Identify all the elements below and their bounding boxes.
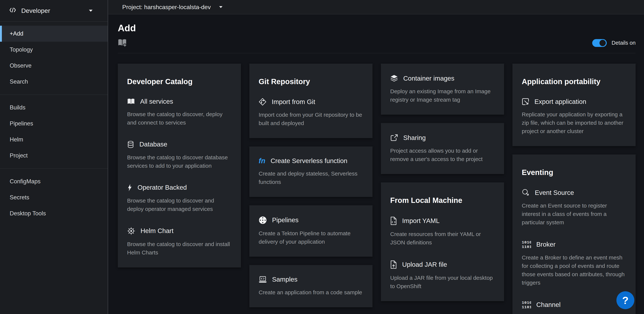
file-code-icon: [390, 217, 397, 225]
tile-title: Container images: [403, 75, 454, 82]
tile-description: Create an Event source to register inter…: [522, 201, 626, 227]
tile-description: Import code from your Git repository to …: [259, 111, 363, 127]
serverless-fn-icon: fn: [259, 157, 265, 164]
project-selector-label: Project: harshcasper-localsta-dev: [122, 4, 211, 10]
tile-helm-chart[interactable]: Helm Chart Browse the catalog to discove…: [127, 227, 232, 257]
sidebar-item-topology[interactable]: Topology: [0, 42, 108, 58]
guided-documentation-button[interactable]: [118, 38, 127, 47]
git-icon: [259, 98, 266, 106]
tile-title: Pipelines: [272, 217, 298, 224]
tile-title: Import from Git: [272, 98, 315, 105]
tile-create-serverless-function[interactable]: fn Create Serverless function Create and…: [259, 157, 363, 186]
chevron-down-icon: [89, 9, 93, 12]
project-selector[interactable]: Project: harshcasper-localsta-dev: [122, 4, 223, 10]
tile-title: All services: [140, 98, 173, 105]
tile-title: Create Serverless function: [270, 157, 347, 165]
helm-icon: [127, 227, 135, 235]
sidebar-item-project[interactable]: Project: [0, 148, 108, 164]
tile-samples[interactable]: Samples Create an application from a cod…: [259, 276, 363, 297]
app-root: Developer +Add Topology Observe Search B…: [0, 0, 644, 314]
perspective-switcher[interactable]: Developer: [0, 0, 108, 21]
tile-operator-backed[interactable]: Operator Backed Browse the catalog to di…: [127, 184, 232, 213]
event-source-icon: [522, 189, 530, 197]
tile-upload-jar-file[interactable]: Upload JAR file Upload a JAR file from y…: [390, 260, 495, 290]
tile-description: Project access allows you to add or remo…: [390, 146, 495, 163]
card-title: Application portability: [522, 77, 626, 86]
tile-title: Import YAML: [402, 217, 440, 225]
cards-column-2: Git Repository Import from Git Import co…: [249, 64, 372, 307]
page-title: Add: [118, 23, 636, 33]
tile-broker[interactable]: 101011011 Broker Create a Broker to defi…: [522, 240, 626, 287]
tile-database[interactable]: Database Browse the catalog to discover …: [127, 141, 232, 170]
card-container-images: Container images Deploy an existing Imag…: [381, 64, 504, 115]
broker-binary-icon: 101011011: [522, 240, 531, 249]
project-bar: Project: harshcasper-localsta-dev: [108, 0, 644, 14]
sidebar-item-helm[interactable]: Helm: [0, 132, 108, 148]
sidebar-divider: [0, 168, 108, 169]
help-button[interactable]: ?: [616, 291, 634, 309]
chevron-down-icon: [219, 6, 223, 8]
tile-event-source[interactable]: Event Source Create an Event source to r…: [522, 189, 626, 227]
tile-description: Create an application from a code sample: [259, 288, 363, 297]
card-pipelines: Pipelines Create a Tekton Pipeline to au…: [249, 205, 372, 257]
tile-sharing[interactable]: Sharing Project access allows you to add…: [390, 134, 495, 163]
tile-description: Replicate your application by exporting …: [522, 110, 626, 135]
cards-column-3: Container images Deploy an existing Imag…: [381, 64, 504, 301]
tile-description: Create a Broker to define an event mesh …: [522, 253, 626, 287]
perspective-label: Developer: [21, 7, 50, 14]
tile-description: Browse the catalog to discover and deplo…: [127, 196, 232, 213]
sidebar-item-observe[interactable]: Observe: [0, 58, 108, 74]
card-title: Eventing: [522, 168, 626, 176]
tile-title: Broker: [536, 241, 556, 248]
tile-container-images[interactable]: Container images Deploy an existing Imag…: [390, 74, 495, 104]
tile-title: Channel: [536, 301, 560, 309]
sidebar-item-pipelines[interactable]: Pipelines: [0, 116, 108, 132]
tile-export-application[interactable]: Export application Replicate your applic…: [522, 98, 626, 135]
export-icon: [522, 98, 529, 105]
sidebar: Developer +Add Topology Observe Search B…: [0, 0, 108, 314]
tile-title: Upload JAR file: [402, 261, 447, 268]
sidebar-item-secrets[interactable]: Secrets: [0, 190, 108, 206]
tile-description: Deploy an existing Image from an Image r…: [390, 87, 495, 104]
details-toggle[interactable]: [592, 39, 607, 47]
sidebar-item-configmaps[interactable]: ConfigMaps: [0, 173, 108, 190]
sidebar-item-builds[interactable]: Builds: [0, 100, 108, 116]
svg-text:11011: 11011: [522, 305, 531, 309]
sidebar-nav: +Add Topology Observe Search Builds Pipe…: [0, 21, 108, 222]
svg-text:1010: 1010: [522, 240, 531, 245]
page-header-row: Details on: [118, 38, 636, 47]
tile-title: Database: [140, 141, 167, 148]
tile-description: Create a Tekton Pipeline to automate del…: [259, 229, 363, 246]
file-upload-icon: [390, 260, 397, 269]
sidebar-item-desktop-tools[interactable]: Desktop Tools: [0, 206, 108, 222]
card-application-portability: Application portability Export applicati…: [512, 64, 636, 146]
details-toggle-label: Details on: [612, 40, 636, 46]
header-divider: [118, 53, 636, 53]
tile-pipelines[interactable]: Pipelines Create a Tekton Pipeline to au…: [259, 216, 363, 246]
channel-binary-icon: 101011011: [522, 301, 531, 309]
layers-icon: [390, 74, 398, 82]
toggle-knob: [600, 40, 606, 46]
tile-all-services[interactable]: All services Browse the catalog to disco…: [127, 98, 232, 127]
tile-title: Helm Chart: [140, 227, 174, 235]
card-title: Developer Catalog: [127, 77, 232, 86]
svg-text:11011: 11011: [522, 245, 531, 249]
card-samples: Samples Create an application from a cod…: [249, 265, 372, 307]
card-developer-catalog: Developer Catalog All services Browse th…: [118, 64, 241, 268]
tile-channel[interactable]: 101011011 Channel Create a Knative Chann…: [522, 301, 626, 314]
pipelines-icon: [259, 216, 267, 224]
add-page: Add Details on: [108, 14, 644, 314]
tile-import-from-git[interactable]: Import from Git Import code from your Gi…: [259, 98, 363, 127]
card-git-repository: Git Repository Import from Git Import co…: [249, 64, 372, 138]
database-icon: [127, 141, 134, 148]
tile-title: Sharing: [403, 134, 426, 141]
code-icon: [9, 7, 16, 14]
sidebar-item-add[interactable]: +Add: [0, 26, 108, 42]
card-title: Git Repository: [259, 77, 363, 86]
samples-icon: [259, 276, 267, 283]
cards-column-1: Developer Catalog All services Browse th…: [118, 64, 241, 268]
tile-import-yaml[interactable]: Import YAML Create resources from their …: [390, 217, 495, 247]
book-plus-icon: [118, 38, 127, 47]
sidebar-item-search[interactable]: Search: [0, 74, 108, 90]
tile-title: Operator Backed: [138, 184, 187, 191]
